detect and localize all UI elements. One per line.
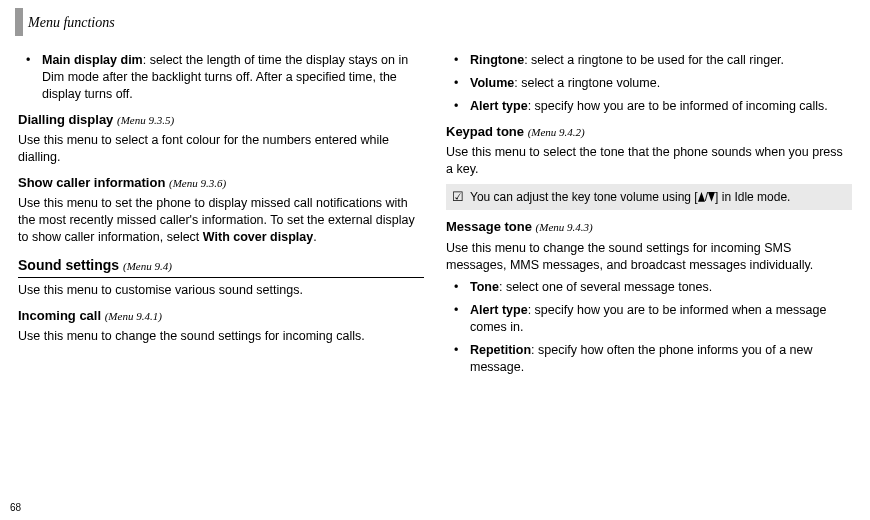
note-text-c: ] in Idle mode. — [715, 190, 790, 204]
note-box: ☑ You can adjust the key tone volume usi… — [446, 184, 852, 210]
bullet-body: Tone: select one of several message tone… — [470, 279, 852, 296]
bullet-term: Main display dim — [42, 53, 143, 67]
header-accent-bar — [15, 8, 23, 36]
heading-keypad-tone: Keypad tone (Menu 9.4.2) — [446, 123, 852, 141]
list-item: • Alert type: specify how you are to be … — [446, 302, 852, 336]
note-text-a: You can adjust the key tone volume using… — [470, 190, 698, 204]
heading-dialling-display: Dialling display (Menu 9.3.5) — [18, 111, 424, 129]
heading-message-tone: Message tone (Menu 9.4.3) — [446, 218, 852, 236]
bullet-term: Volume — [470, 76, 514, 90]
heading-show-caller: Show caller information (Menu 9.3.6) — [18, 174, 424, 192]
page-number: 68 — [10, 501, 21, 515]
bullet-rest: : specify how you are to be informed of … — [528, 99, 828, 113]
bullet-term: Ringtone — [470, 53, 524, 67]
svg-marker-1 — [708, 192, 715, 202]
bullet-mark: • — [26, 52, 42, 103]
bullet-rest: : select one of several message tones. — [499, 280, 712, 294]
bullet-mark: • — [454, 52, 470, 69]
bullet-mark: • — [454, 98, 470, 115]
para-message-tone: Use this menu to change the sound settin… — [446, 240, 852, 274]
bullet-body: Ringtone: select a ringtone to be used f… — [470, 52, 852, 69]
bullet-term: Alert type — [470, 99, 528, 113]
para-sound-settings: Use this menu to customise various sound… — [18, 282, 424, 299]
list-item: • Repetition: specify how often the phon… — [446, 342, 852, 376]
with-cover-display-label: With cover display — [203, 230, 313, 244]
bullet-mark: • — [454, 302, 470, 336]
list-item: • Tone: select one of several message to… — [446, 279, 852, 296]
bullet-term: Alert type — [470, 303, 528, 317]
menu-ref: (Menu 9.4) — [123, 260, 172, 272]
content-columns: • Main display dim: select the length of… — [18, 52, 852, 382]
heading-sound-settings: Sound settings (Menu 9.4) — [18, 256, 424, 278]
list-item: • Ringtone: select a ringtone to be used… — [446, 52, 852, 69]
bullet-mark: • — [454, 279, 470, 296]
bullet-body: Repetition: specify how often the phone … — [470, 342, 852, 376]
para-show-caller: Use this menu to set the phone to displa… — [18, 195, 424, 246]
heading-incoming-call: Incoming call (Menu 9.4.1) — [18, 307, 424, 325]
heading-text: Incoming call — [18, 308, 101, 323]
menu-ref: (Menu 9.4.1) — [105, 310, 162, 322]
bullet-mark: • — [454, 75, 470, 92]
heading-text: Keypad tone — [446, 124, 524, 139]
note-body: You can adjust the key tone volume using… — [470, 189, 846, 205]
list-item: • Alert type: specify how you are to be … — [446, 98, 852, 115]
para-incoming-call: Use this menu to change the sound settin… — [18, 328, 424, 345]
right-column: • Ringtone: select a ringtone to be used… — [446, 52, 852, 382]
page-header-title: Menu functions — [28, 14, 115, 33]
bullet-body: Alert type: specify how you are to be in… — [470, 302, 852, 336]
bullet-rest: : select a ringtone volume. — [514, 76, 660, 90]
bullet-term: Repetition — [470, 343, 531, 357]
bullet-body: Volume: select a ringtone volume. — [470, 75, 852, 92]
menu-ref: (Menu 9.3.6) — [169, 177, 226, 189]
para-keypad-tone: Use this menu to select the tone that th… — [446, 144, 852, 178]
menu-ref: (Menu 9.4.2) — [528, 126, 585, 138]
bullet-body: Main display dim: select the length of t… — [42, 52, 424, 103]
bullet-mark: • — [454, 342, 470, 376]
checkmark-icon: ☑ — [452, 189, 470, 203]
menu-ref: (Menu 9.3.5) — [117, 114, 174, 126]
heading-text: Dialling display — [18, 112, 113, 127]
bullet-rest: : select a ringtone to be used for the c… — [524, 53, 784, 67]
heading-text: Sound settings — [18, 257, 119, 273]
svg-marker-0 — [698, 192, 705, 202]
list-item: • Volume: select a ringtone volume. — [446, 75, 852, 92]
left-column: • Main display dim: select the length of… — [18, 52, 424, 382]
list-item: • Main display dim: select the length of… — [18, 52, 424, 103]
para-part-b: . — [313, 230, 316, 244]
menu-ref: (Menu 9.4.3) — [536, 221, 593, 233]
bullet-body: Alert type: specify how you are to be in… — [470, 98, 852, 115]
volume-up-icon — [698, 192, 705, 202]
heading-text: Message tone — [446, 219, 532, 234]
volume-down-icon — [708, 192, 715, 202]
heading-text: Show caller information — [18, 175, 165, 190]
bullet-term: Tone — [470, 280, 499, 294]
para-dialling: Use this menu to select a font colour fo… — [18, 132, 424, 166]
